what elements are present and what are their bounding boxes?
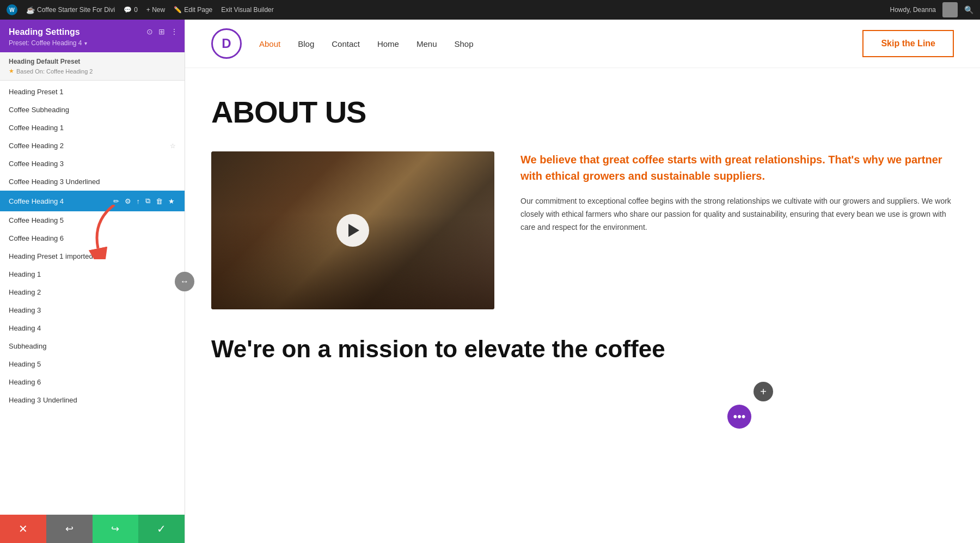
preset-item-heading-5[interactable]: Heading 5 — [0, 355, 185, 373]
edit-icon: ✏️ — [174, 6, 182, 14]
preset-item-label: Coffee Heading 6 — [9, 234, 176, 242]
add-section-button[interactable]: + — [754, 382, 773, 401]
preset-item-label: Coffee Heading 4 — [9, 197, 112, 205]
avatar — [942, 2, 958, 17]
preset-item-coffee-heading-1[interactable]: Coffee Heading 1 — [0, 119, 185, 137]
preset-item-heading-preset-1[interactable]: Heading Preset 1 — [0, 83, 185, 101]
preset-item-label: Coffee Heading 5 — [9, 216, 176, 224]
delete-preset-icon[interactable]: 🗑 — [155, 196, 164, 206]
star-icon: ☆ — [170, 142, 176, 150]
preset-item-heading-2[interactable]: Heading 2 — [0, 283, 185, 301]
preset-item-label: Heading 2 — [9, 288, 176, 296]
preset-item-label: Coffee Heading 2 — [9, 142, 170, 150]
nav-item-contact[interactable]: Contact — [332, 39, 360, 48]
preset-item-heading-3-underlined[interactable]: Heading 3 Underlined — [0, 391, 185, 409]
dots-icon: ••• — [733, 410, 745, 424]
edit-page-label: Edit Page — [184, 6, 212, 14]
more-options-float-button[interactable]: ••• — [727, 405, 751, 429]
exit-builder-item[interactable]: Exit Visual Builder — [221, 6, 274, 14]
site-name: Coffee Starter Site For Divi — [37, 6, 115, 14]
left-panel: Heading Settings Preset: Coffee Heading … — [0, 20, 185, 543]
based-on: ★ Based On: Coffee Heading 2 — [9, 68, 176, 75]
preset-item-label: Coffee Heading 3 — [9, 160, 176, 168]
preset-item-label: Heading Preset 1 — [9, 88, 176, 96]
plus-icon: + — [760, 386, 767, 398]
panel-preset-dropdown[interactable]: Preset: Coffee Heading 4 ▾ — [9, 39, 176, 47]
preset-item-coffee-heading-3[interactable]: Coffee Heading 3 — [0, 155, 185, 173]
site-header: D About Blog Contact Home Menu Shop Skip… — [185, 20, 980, 68]
quote-text: We believe that great coffee starts with… — [520, 151, 954, 184]
export-preset-icon[interactable]: ↑ — [136, 196, 142, 206]
body-text: Our commitment to exceptional coffee beg… — [520, 195, 954, 234]
preset-item-heading-1[interactable]: Heading 1 — [0, 265, 185, 283]
preset-item-label: Heading 5 — [9, 360, 176, 368]
default-preset-section: Heading Default Preset ★ Based On: Coffe… — [0, 52, 185, 81]
wp-logo-item[interactable]: W — [7, 4, 17, 15]
admin-search-icon[interactable]: 🔍 — [964, 5, 973, 14]
right-content: D About Blog Contact Home Menu Shop Skip… — [185, 20, 980, 543]
edit-preset-icon[interactable]: ✏ — [112, 196, 120, 206]
comment-item[interactable]: 💬 0 — [124, 6, 138, 14]
video-container[interactable] — [211, 151, 494, 309]
grid-icon[interactable]: ⊞ — [158, 27, 165, 36]
preset-item-heading-preset-1-imported[interactable]: Heading Preset 1 imported — [0, 247, 185, 265]
preset-item-coffee-heading-5[interactable]: Coffee Heading 5 — [0, 211, 185, 229]
cancel-button[interactable]: ✕ — [0, 515, 46, 543]
preset-item-label: Heading 4 — [9, 324, 176, 332]
new-item[interactable]: + New — [146, 6, 165, 14]
settings-preset-icon[interactable]: ⚙ — [124, 196, 132, 206]
nav-item-home[interactable]: Home — [377, 39, 399, 48]
more-options-icon[interactable]: ⋮ — [170, 27, 178, 36]
two-column-section: We believe that great coffee starts with… — [211, 151, 954, 309]
new-label: + New — [146, 6, 165, 14]
redo-icon: ↪ — [111, 523, 119, 535]
admin-bar: W ☕ Coffee Starter Site For Divi 💬 0 + N… — [0, 0, 980, 20]
comment-icon: 💬 — [124, 6, 132, 14]
skip-the-line-button[interactable]: Skip the Line — [862, 30, 954, 57]
default-preset-title: Heading Default Preset — [9, 58, 176, 65]
site-name-item[interactable]: ☕ Coffee Starter Site For Divi — [26, 6, 115, 14]
preset-item-heading-6[interactable]: Heading 6 — [0, 373, 185, 391]
preset-item-coffee-heading-2[interactable]: Coffee Heading 2 ☆ — [0, 137, 185, 155]
preset-item-label: Heading 6 — [9, 378, 176, 386]
panel-toggle[interactable]: ↔ — [175, 272, 194, 291]
site-logo: D — [211, 28, 242, 59]
preset-item-label: Heading 3 — [9, 306, 176, 314]
star-preset-icon[interactable]: ★ — [167, 196, 176, 206]
toggle-arrow-icon: ↔ — [180, 277, 189, 286]
preset-item-label: Heading Preset 1 imported — [9, 252, 176, 260]
preset-item-coffee-subheading[interactable]: Coffee Subheading — [0, 101, 185, 119]
preset-item-heading-4[interactable]: Heading 4 — [0, 319, 185, 337]
exit-builder-label: Exit Visual Builder — [221, 6, 274, 14]
wp-logo: W — [7, 4, 17, 15]
nav-item-menu[interactable]: Menu — [416, 39, 437, 48]
search-panel-icon[interactable]: ⊙ — [146, 27, 153, 36]
comment-count: 0 — [134, 6, 138, 14]
panel-header-icons: ⊙ ⊞ ⋮ — [146, 27, 178, 36]
preset-item-coffee-heading-6[interactable]: Coffee Heading 6 — [0, 229, 185, 247]
redo-button[interactable]: ↪ — [93, 515, 139, 543]
panel-header: Heading Settings Preset: Coffee Heading … — [0, 20, 185, 52]
preset-item-coffee-heading-4[interactable]: Coffee Heading 4 ✏ ⚙ ↑ ⧉ 🗑 ★ — [0, 191, 185, 211]
nav-item-about[interactable]: About — [259, 39, 280, 48]
nav-item-blog[interactable]: Blog — [298, 39, 314, 48]
about-us-title: ABOUT US — [211, 94, 954, 130]
preset-item-heading-3[interactable]: Heading 3 — [0, 301, 185, 319]
star-icon: ★ — [9, 68, 14, 75]
right-text-column: We believe that great coffee starts with… — [520, 151, 954, 234]
preset-list: Heading Preset 1 Coffee Subheading Coffe… — [0, 81, 185, 502]
site-nav: About Blog Contact Home Menu Shop — [259, 39, 474, 48]
edit-page-item[interactable]: ✏️ Edit Page — [174, 6, 212, 14]
copy-preset-icon[interactable]: ⧉ — [144, 196, 151, 206]
nav-item-shop[interactable]: Shop — [454, 39, 473, 48]
preset-item-label: Coffee Heading 1 — [9, 124, 176, 132]
undo-button[interactable]: ↩ — [46, 515, 93, 543]
logo-letter: D — [222, 36, 231, 51]
preset-actions: ✏ ⚙ ↑ ⧉ 🗑 ★ — [112, 196, 176, 206]
play-button[interactable] — [336, 214, 369, 247]
action-bar: ✕ ↩ ↪ ✓ — [0, 515, 185, 543]
preset-item-subheading[interactable]: Subheading — [0, 337, 185, 355]
save-button[interactable]: ✓ — [138, 515, 185, 543]
preset-item-coffee-heading-3-underlined[interactable]: Coffee Heading 3 Underlined — [0, 173, 185, 191]
page-content: ABOUT US We believe that great coffee st… — [185, 68, 980, 385]
